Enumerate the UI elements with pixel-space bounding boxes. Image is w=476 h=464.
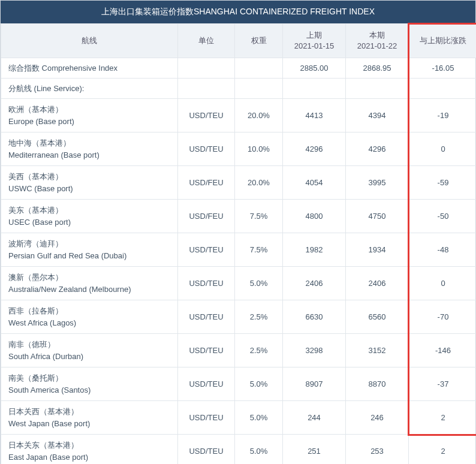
- header-prev-label: 上期: [306, 31, 322, 40]
- data-table: 航线 单位 权重 上期 2021-01-15 本期 2021-01-22 与上期…: [1, 23, 476, 464]
- route-change: -70: [409, 300, 477, 334]
- route-name: 西非（拉各斯）West Africa (Lagos): [1, 300, 178, 334]
- table-row: 日本关东（基本港）East Japan (Base port)USD/TEU5.…: [1, 435, 477, 464]
- route-unit: USD/TEU: [178, 267, 235, 300]
- header-unit: 单位: [178, 24, 235, 58]
- route-name: 欧洲（基本港）Europe (Base port): [1, 99, 178, 132]
- route-weight: 5.0%: [235, 435, 283, 464]
- table-row: 西非（拉各斯）West Africa (Lagos)USD/TEU2.5%663…: [1, 300, 477, 334]
- table-row: 南非（德班）South Africa (Durban)USD/TEU2.5%32…: [1, 334, 477, 367]
- header-curr: 本期 2021-01-22: [346, 24, 409, 58]
- route-weight: 20.0%: [235, 166, 283, 200]
- comprehensive-prev: 2885.00: [283, 58, 346, 79]
- route-curr: 246: [346, 401, 409, 435]
- table-row: 美西（基本港）USWC (Base port)USD/FEU20.0%40543…: [1, 166, 477, 200]
- header-route: 航线: [1, 24, 178, 58]
- route-change: -19: [409, 99, 477, 132]
- route-unit: USD/TEU: [178, 334, 235, 367]
- table-row: 美东（基本港）USEC (Base port)USD/FEU7.5%480047…: [1, 200, 477, 233]
- route-prev: 4800: [283, 200, 346, 233]
- route-name: 日本关东（基本港）East Japan (Base port): [1, 435, 178, 464]
- table-header-row: 航线 单位 权重 上期 2021-01-15 本期 2021-01-22 与上期…: [1, 24, 477, 58]
- route-curr: 4296: [346, 132, 409, 166]
- route-curr: 3995: [346, 166, 409, 200]
- route-unit: USD/TEU: [178, 99, 235, 132]
- route-curr: 4394: [346, 99, 409, 132]
- line-service-row: 分航线 (Line Service):: [1, 79, 477, 99]
- table-row: 南美（桑托斯）South America (Santos)USD/TEU5.0%…: [1, 367, 477, 401]
- route-unit: USD/FEU: [178, 200, 235, 233]
- route-weight: 5.0%: [235, 401, 283, 435]
- route-prev: 4296: [283, 132, 346, 166]
- route-weight: 2.5%: [235, 300, 283, 334]
- comprehensive-label: 综合指数 Comprehensive Index: [1, 58, 178, 79]
- route-prev: 8907: [283, 367, 346, 401]
- route-name: 美东（基本港）USEC (Base port): [1, 200, 178, 233]
- route-curr: 2406: [346, 267, 409, 300]
- route-prev: 4413: [283, 99, 346, 132]
- route-name: 美西（基本港）USWC (Base port): [1, 166, 178, 200]
- route-unit: USD/TEU: [178, 435, 235, 464]
- route-change: -59: [409, 166, 477, 200]
- header-curr-date: 2021-01-22: [357, 41, 397, 50]
- route-unit: USD/TEU: [178, 300, 235, 334]
- comprehensive-change: -16.05: [409, 58, 477, 79]
- route-unit: USD/TEU: [178, 233, 235, 267]
- route-unit: USD/FEU: [178, 166, 235, 200]
- line-service-label: 分航线 (Line Service):: [1, 79, 178, 99]
- page-title: 上海出口集装箱运价指数SHANGHAI CONTAINERIZED FREIGH…: [1, 1, 475, 23]
- header-change: 与上期比涨跌: [409, 24, 477, 58]
- route-curr: 253: [346, 435, 409, 464]
- route-name: 南美（桑托斯）South America (Santos): [1, 367, 178, 401]
- table-row: 地中海（基本港）Mediterranean (Base port)USD/TEU…: [1, 132, 477, 166]
- route-change: 2: [409, 401, 477, 435]
- header-prev-date: 2021-01-15: [294, 41, 335, 50]
- route-weight: 2.5%: [235, 334, 283, 367]
- route-unit: USD/TEU: [178, 367, 235, 401]
- route-change: 2: [409, 435, 477, 464]
- route-weight: 7.5%: [235, 233, 283, 267]
- route-prev: 3298: [283, 334, 346, 367]
- route-change: -146: [409, 334, 477, 367]
- route-change: 0: [409, 267, 477, 300]
- route-weight: 20.0%: [235, 99, 283, 132]
- route-curr: 1934: [346, 233, 409, 267]
- route-name: 日本关西（基本港）West Japan (Base port): [1, 401, 178, 435]
- route-prev: 244: [283, 401, 346, 435]
- header-weight: 权重: [235, 24, 283, 58]
- route-curr: 3152: [346, 334, 409, 367]
- route-prev: 4054: [283, 166, 346, 200]
- route-name: 南非（德班）South Africa (Durban): [1, 334, 178, 367]
- route-weight: 5.0%: [235, 367, 283, 401]
- route-name: 地中海（基本港）Mediterranean (Base port): [1, 132, 178, 166]
- table-row: 澳新（墨尔本）Australia/New Zealand (Melbourne)…: [1, 267, 477, 300]
- route-prev: 2406: [283, 267, 346, 300]
- route-name: 澳新（墨尔本）Australia/New Zealand (Melbourne): [1, 267, 178, 300]
- route-unit: USD/TEU: [178, 401, 235, 435]
- route-weight: 5.0%: [235, 267, 283, 300]
- route-weight: 10.0%: [235, 132, 283, 166]
- route-curr: 8870: [346, 367, 409, 401]
- route-change: 0: [409, 132, 477, 166]
- route-curr: 6560: [346, 300, 409, 334]
- comprehensive-curr: 2868.95: [346, 58, 409, 79]
- route-change: -37: [409, 367, 477, 401]
- route-curr: 4750: [346, 200, 409, 233]
- route-prev: 6630: [283, 300, 346, 334]
- route-weight: 7.5%: [235, 200, 283, 233]
- route-prev: 251: [283, 435, 346, 464]
- table-row: 日本关西（基本港）West Japan (Base port)USD/TEU5.…: [1, 401, 477, 435]
- header-prev: 上期 2021-01-15: [283, 24, 346, 58]
- route-prev: 1982: [283, 233, 346, 267]
- route-unit: USD/TEU: [178, 132, 235, 166]
- route-change: -50: [409, 200, 477, 233]
- route-change: -48: [409, 233, 477, 267]
- header-curr-label: 本期: [369, 31, 385, 40]
- comprehensive-row: 综合指数 Comprehensive Index 2885.00 2868.95…: [1, 58, 477, 79]
- route-name: 波斯湾（迪拜）Persian Gulf and Red Sea (Dubai): [1, 233, 178, 267]
- freight-index-table: 上海出口集装箱运价指数SHANGHAI CONTAINERIZED FREIGH…: [0, 0, 476, 464]
- table-row: 欧洲（基本港）Europe (Base port)USD/TEU20.0%441…: [1, 99, 477, 132]
- table-row: 波斯湾（迪拜）Persian Gulf and Red Sea (Dubai)U…: [1, 233, 477, 267]
